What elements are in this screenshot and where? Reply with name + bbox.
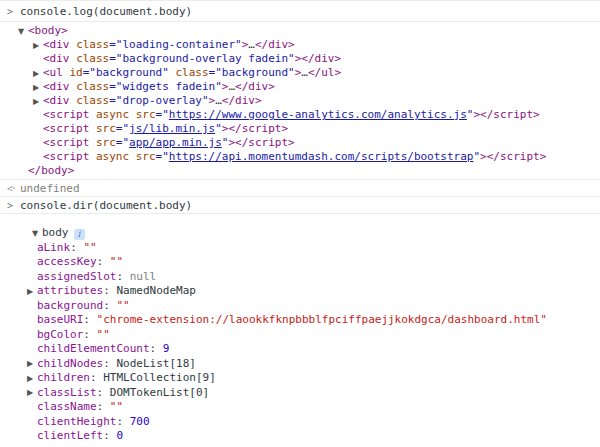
property-name: classList bbox=[37, 386, 97, 399]
tag-token: ></script> bbox=[228, 136, 294, 149]
property-row: ▶attributes: NamedNodeMap bbox=[0, 284, 600, 299]
attr-name-token: class bbox=[175, 66, 208, 79]
attr-value-token: ="background-overlay fadein" bbox=[109, 52, 294, 65]
tag-token: <script bbox=[43, 150, 96, 163]
property-value: 700 bbox=[130, 415, 150, 428]
tag-token: <script bbox=[43, 136, 96, 149]
expand-arrow-icon[interactable]: ▶ bbox=[33, 39, 43, 53]
property-row: accessKey: "" bbox=[0, 255, 600, 270]
expand-arrow-icon[interactable]: ▶ bbox=[27, 386, 37, 401]
ellipsis-token: … bbox=[215, 94, 222, 107]
ellipsis-token: … bbox=[301, 66, 308, 79]
property-separator: : bbox=[103, 357, 116, 370]
attr-name-token: class bbox=[76, 80, 109, 93]
console-prompt-icon: > bbox=[7, 200, 20, 211]
attr-name-token: class bbox=[76, 52, 109, 65]
console-command-entry[interactable]: >console.dir(document.body) bbox=[0, 197, 600, 214]
attr-value-token: ="loading-container" bbox=[109, 38, 241, 51]
script-src-link[interactable]: https://api.momentumdash.com/scripts/boo… bbox=[169, 150, 474, 163]
console-log-output: ▼<body> ▶<div class="loading-container">… bbox=[0, 22, 600, 180]
info-icon[interactable]: i bbox=[74, 229, 85, 240]
console-command-text: console.log(document.body) bbox=[20, 5, 192, 18]
collapse-arrow-icon[interactable]: ▼ bbox=[32, 227, 42, 242]
property-separator: : bbox=[83, 328, 96, 341]
dom-node-row: ▶<ul id="background" class="background">… bbox=[0, 66, 600, 80]
tag-token: <div bbox=[43, 52, 76, 65]
property-value: "" bbox=[116, 299, 129, 312]
property-name: accessKey bbox=[37, 255, 97, 268]
object-name: body bbox=[42, 226, 69, 239]
attr-value-token: =" bbox=[116, 122, 129, 135]
devtools-console: >console.log(document.body) ▼<body> ▶<di… bbox=[0, 0, 600, 444]
property-row: className: "" bbox=[0, 400, 600, 415]
attr-name-token: src bbox=[96, 122, 116, 135]
attr-value-token: ="widgets fadein" bbox=[109, 80, 222, 93]
property-value: null bbox=[130, 270, 157, 283]
attr-value-token: =" bbox=[156, 150, 169, 163]
property-row: baseURI: "chrome-extension://laookkfknpb… bbox=[0, 313, 600, 328]
tag-token: <ul bbox=[43, 66, 70, 79]
expand-arrow-icon[interactable]: ▶ bbox=[33, 81, 43, 95]
expand-arrow-icon[interactable]: ▶ bbox=[27, 285, 37, 300]
expand-arrow-icon[interactable]: ▶ bbox=[27, 372, 37, 387]
tag-token: <script bbox=[43, 122, 96, 135]
script-src-link[interactable]: https://www.google-analytics.com/analyti… bbox=[169, 108, 467, 121]
console-dir-output: ▼bodyi aLink: "" accessKey: "" assignedS… bbox=[0, 214, 600, 444]
attr-value-token: ="background" bbox=[209, 66, 295, 79]
attr-name-token: class bbox=[76, 38, 109, 51]
result-value: undefined bbox=[20, 182, 80, 195]
property-separator: : bbox=[116, 415, 129, 428]
property-name: childNodes bbox=[37, 357, 103, 370]
script-src-link[interactable]: app/app.min.js bbox=[129, 136, 222, 149]
dom-node-row: <script async src="https://api.momentumd… bbox=[0, 150, 600, 164]
property-value: "" bbox=[110, 255, 123, 268]
property-name: clientHeight bbox=[37, 415, 116, 428]
result-arrow-icon: <· bbox=[7, 183, 20, 194]
expand-arrow-icon[interactable]: ▶ bbox=[33, 95, 43, 109]
property-row: background: "" bbox=[0, 299, 600, 314]
attr-value-token: ="background" bbox=[83, 66, 176, 79]
property-name: baseURI bbox=[37, 313, 83, 326]
attr-name-token: class bbox=[76, 94, 109, 107]
property-name: attributes bbox=[37, 284, 103, 297]
property-separator: : bbox=[97, 400, 110, 413]
property-name: bgColor bbox=[37, 328, 83, 341]
console-command-entry[interactable]: >console.log(document.body) bbox=[0, 0, 600, 22]
console-prompt-icon: > bbox=[7, 6, 20, 17]
tag-token: </div> bbox=[255, 38, 295, 51]
property-row: aLink: "" bbox=[0, 241, 600, 256]
attr-name-token: async src bbox=[96, 108, 156, 121]
object-root-row: ▼bodyi bbox=[0, 226, 600, 241]
property-row: ▶children: HTMLCollection[9] bbox=[0, 371, 600, 386]
property-value: DOMTokenList[0] bbox=[110, 386, 209, 399]
expand-arrow-icon[interactable]: ▶ bbox=[27, 357, 37, 372]
script-src-link[interactable]: js/lib.min.js bbox=[129, 122, 215, 135]
tag-token: </ul> bbox=[308, 66, 341, 79]
property-value: NamedNodeMap bbox=[116, 284, 195, 297]
collapse-arrow-icon[interactable]: ▼ bbox=[18, 25, 28, 39]
property-value: "" bbox=[110, 400, 123, 413]
property-name: aLink bbox=[37, 241, 70, 254]
property-name: childElementCount bbox=[37, 342, 150, 355]
property-separator: : bbox=[70, 241, 83, 254]
property-name: background bbox=[37, 299, 103, 312]
expand-arrow-icon[interactable]: ▶ bbox=[33, 67, 43, 81]
dom-node-row: ▶<div class="widgets fadein">…</div> bbox=[0, 80, 600, 94]
dom-node-row: <script src="app/app.min.js"></script> bbox=[0, 136, 600, 150]
property-row: clientLeft: 0 bbox=[0, 429, 600, 444]
ellipsis-token: … bbox=[248, 38, 255, 51]
attr-value-token: ="drop-overlay" bbox=[109, 94, 208, 107]
property-value: "" bbox=[83, 241, 96, 254]
dom-node-row: ▶<div class="loading-container">…</div> bbox=[0, 38, 600, 52]
tag-token: ></script> bbox=[222, 122, 288, 135]
dom-node-row: <script src="js/lib.min.js"></script> bbox=[0, 122, 600, 136]
tag-token: </body> bbox=[28, 164, 74, 177]
property-value: "" bbox=[97, 328, 110, 341]
dom-node-row: <script async src="https://www.google-an… bbox=[0, 108, 600, 122]
property-row: bgColor: "" bbox=[0, 328, 600, 343]
property-value: "chrome-extension://laookkfknpbbblfpciff… bbox=[97, 313, 547, 326]
property-separator: : bbox=[90, 371, 103, 384]
tag-token: ></script> bbox=[480, 150, 546, 163]
property-value: 9 bbox=[163, 342, 170, 355]
property-separator: : bbox=[103, 284, 116, 297]
